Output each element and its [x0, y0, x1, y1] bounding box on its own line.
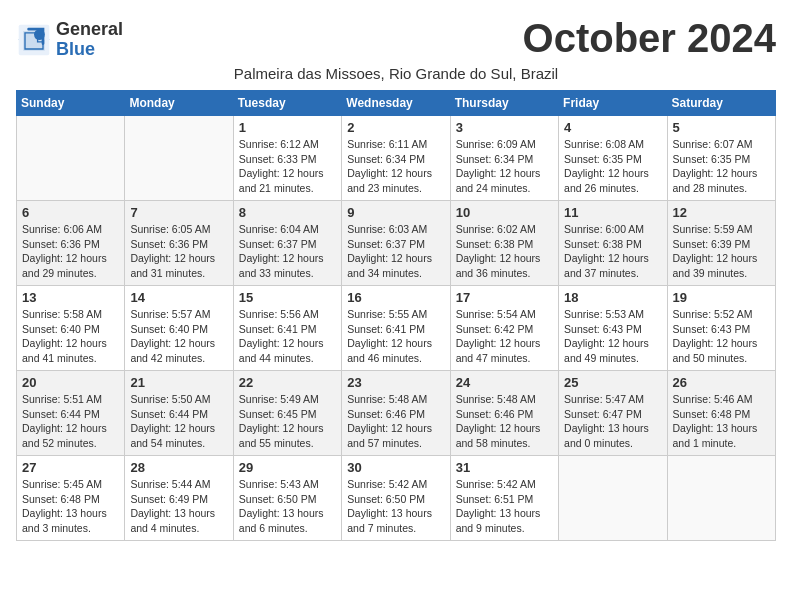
day-info: Sunrise: 6:12 AM Sunset: 6:33 PM Dayligh…	[239, 137, 336, 196]
day-number: 29	[239, 460, 336, 475]
table-row	[125, 116, 233, 201]
day-info: Sunrise: 6:07 AM Sunset: 6:35 PM Dayligh…	[673, 137, 770, 196]
day-info: Sunrise: 5:55 AM Sunset: 6:41 PM Dayligh…	[347, 307, 444, 366]
table-row: 12Sunrise: 5:59 AM Sunset: 6:39 PM Dayli…	[667, 201, 775, 286]
day-info: Sunrise: 5:56 AM Sunset: 6:41 PM Dayligh…	[239, 307, 336, 366]
day-info: Sunrise: 5:54 AM Sunset: 6:42 PM Dayligh…	[456, 307, 553, 366]
day-info: Sunrise: 6:06 AM Sunset: 6:36 PM Dayligh…	[22, 222, 119, 281]
day-number: 2	[347, 120, 444, 135]
table-row: 22Sunrise: 5:49 AM Sunset: 6:45 PM Dayli…	[233, 371, 341, 456]
header: General Blue October 2024	[16, 16, 776, 61]
day-number: 10	[456, 205, 553, 220]
day-number: 3	[456, 120, 553, 135]
table-row: 25Sunrise: 5:47 AM Sunset: 6:47 PM Dayli…	[559, 371, 667, 456]
col-tuesday: Tuesday	[233, 91, 341, 116]
day-info: Sunrise: 5:57 AM Sunset: 6:40 PM Dayligh…	[130, 307, 227, 366]
day-number: 25	[564, 375, 661, 390]
table-row: 31Sunrise: 5:42 AM Sunset: 6:51 PM Dayli…	[450, 456, 558, 541]
table-row	[17, 116, 125, 201]
day-number: 20	[22, 375, 119, 390]
col-thursday: Thursday	[450, 91, 558, 116]
day-info: Sunrise: 5:52 AM Sunset: 6:43 PM Dayligh…	[673, 307, 770, 366]
day-number: 1	[239, 120, 336, 135]
table-row: 7Sunrise: 6:05 AM Sunset: 6:36 PM Daylig…	[125, 201, 233, 286]
day-info: Sunrise: 5:44 AM Sunset: 6:49 PM Dayligh…	[130, 477, 227, 536]
table-row: 28Sunrise: 5:44 AM Sunset: 6:49 PM Dayli…	[125, 456, 233, 541]
day-number: 27	[22, 460, 119, 475]
table-row: 6Sunrise: 6:06 AM Sunset: 6:36 PM Daylig…	[17, 201, 125, 286]
day-number: 21	[130, 375, 227, 390]
day-number: 19	[673, 290, 770, 305]
day-number: 16	[347, 290, 444, 305]
day-number: 13	[22, 290, 119, 305]
table-row: 23Sunrise: 5:48 AM Sunset: 6:46 PM Dayli…	[342, 371, 450, 456]
table-row: 4Sunrise: 6:08 AM Sunset: 6:35 PM Daylig…	[559, 116, 667, 201]
table-row: 13Sunrise: 5:58 AM Sunset: 6:40 PM Dayli…	[17, 286, 125, 371]
day-number: 28	[130, 460, 227, 475]
day-info: Sunrise: 6:11 AM Sunset: 6:34 PM Dayligh…	[347, 137, 444, 196]
day-number: 22	[239, 375, 336, 390]
calendar-week-row: 6Sunrise: 6:06 AM Sunset: 6:36 PM Daylig…	[17, 201, 776, 286]
table-row: 2Sunrise: 6:11 AM Sunset: 6:34 PM Daylig…	[342, 116, 450, 201]
day-number: 31	[456, 460, 553, 475]
page-container: General Blue October 2024 Palmeira das M…	[16, 16, 776, 541]
logo-icon	[16, 22, 52, 58]
day-number: 30	[347, 460, 444, 475]
day-info: Sunrise: 5:47 AM Sunset: 6:47 PM Dayligh…	[564, 392, 661, 451]
day-number: 23	[347, 375, 444, 390]
table-row: 8Sunrise: 6:04 AM Sunset: 6:37 PM Daylig…	[233, 201, 341, 286]
day-info: Sunrise: 5:59 AM Sunset: 6:39 PM Dayligh…	[673, 222, 770, 281]
day-info: Sunrise: 5:48 AM Sunset: 6:46 PM Dayligh…	[347, 392, 444, 451]
day-number: 9	[347, 205, 444, 220]
day-number: 11	[564, 205, 661, 220]
day-info: Sunrise: 5:58 AM Sunset: 6:40 PM Dayligh…	[22, 307, 119, 366]
table-row: 20Sunrise: 5:51 AM Sunset: 6:44 PM Dayli…	[17, 371, 125, 456]
day-info: Sunrise: 5:42 AM Sunset: 6:50 PM Dayligh…	[347, 477, 444, 536]
table-row: 24Sunrise: 5:48 AM Sunset: 6:46 PM Dayli…	[450, 371, 558, 456]
logo-general-text: General	[56, 20, 123, 40]
day-info: Sunrise: 5:43 AM Sunset: 6:50 PM Dayligh…	[239, 477, 336, 536]
logo: General Blue	[16, 20, 123, 60]
table-row: 3Sunrise: 6:09 AM Sunset: 6:34 PM Daylig…	[450, 116, 558, 201]
day-info: Sunrise: 6:05 AM Sunset: 6:36 PM Dayligh…	[130, 222, 227, 281]
day-info: Sunrise: 5:49 AM Sunset: 6:45 PM Dayligh…	[239, 392, 336, 451]
day-number: 24	[456, 375, 553, 390]
table-row	[559, 456, 667, 541]
day-number: 18	[564, 290, 661, 305]
logo-blue-text: Blue	[56, 40, 123, 60]
day-info: Sunrise: 6:08 AM Sunset: 6:35 PM Dayligh…	[564, 137, 661, 196]
day-number: 26	[673, 375, 770, 390]
day-info: Sunrise: 5:50 AM Sunset: 6:44 PM Dayligh…	[130, 392, 227, 451]
calendar-week-row: 1Sunrise: 6:12 AM Sunset: 6:33 PM Daylig…	[17, 116, 776, 201]
day-info: Sunrise: 5:42 AM Sunset: 6:51 PM Dayligh…	[456, 477, 553, 536]
table-row: 14Sunrise: 5:57 AM Sunset: 6:40 PM Dayli…	[125, 286, 233, 371]
table-row: 17Sunrise: 5:54 AM Sunset: 6:42 PM Dayli…	[450, 286, 558, 371]
calendar-table: Sunday Monday Tuesday Wednesday Thursday…	[16, 90, 776, 541]
calendar-header-row: Sunday Monday Tuesday Wednesday Thursday…	[17, 91, 776, 116]
day-number: 8	[239, 205, 336, 220]
table-row: 27Sunrise: 5:45 AM Sunset: 6:48 PM Dayli…	[17, 456, 125, 541]
month-title: October 2024	[523, 16, 776, 61]
day-number: 4	[564, 120, 661, 135]
col-monday: Monday	[125, 91, 233, 116]
day-number: 15	[239, 290, 336, 305]
table-row: 29Sunrise: 5:43 AM Sunset: 6:50 PM Dayli…	[233, 456, 341, 541]
day-info: Sunrise: 5:51 AM Sunset: 6:44 PM Dayligh…	[22, 392, 119, 451]
col-sunday: Sunday	[17, 91, 125, 116]
col-friday: Friday	[559, 91, 667, 116]
table-row: 11Sunrise: 6:00 AM Sunset: 6:38 PM Dayli…	[559, 201, 667, 286]
calendar-week-row: 27Sunrise: 5:45 AM Sunset: 6:48 PM Dayli…	[17, 456, 776, 541]
day-info: Sunrise: 5:48 AM Sunset: 6:46 PM Dayligh…	[456, 392, 553, 451]
table-row: 16Sunrise: 5:55 AM Sunset: 6:41 PM Dayli…	[342, 286, 450, 371]
table-row: 5Sunrise: 6:07 AM Sunset: 6:35 PM Daylig…	[667, 116, 775, 201]
table-row: 15Sunrise: 5:56 AM Sunset: 6:41 PM Dayli…	[233, 286, 341, 371]
logo-text: General Blue	[56, 20, 123, 60]
day-number: 7	[130, 205, 227, 220]
day-info: Sunrise: 5:45 AM Sunset: 6:48 PM Dayligh…	[22, 477, 119, 536]
table-row: 21Sunrise: 5:50 AM Sunset: 6:44 PM Dayli…	[125, 371, 233, 456]
day-info: Sunrise: 6:04 AM Sunset: 6:37 PM Dayligh…	[239, 222, 336, 281]
table-row: 26Sunrise: 5:46 AM Sunset: 6:48 PM Dayli…	[667, 371, 775, 456]
table-row: 19Sunrise: 5:52 AM Sunset: 6:43 PM Dayli…	[667, 286, 775, 371]
day-info: Sunrise: 6:02 AM Sunset: 6:38 PM Dayligh…	[456, 222, 553, 281]
day-number: 5	[673, 120, 770, 135]
